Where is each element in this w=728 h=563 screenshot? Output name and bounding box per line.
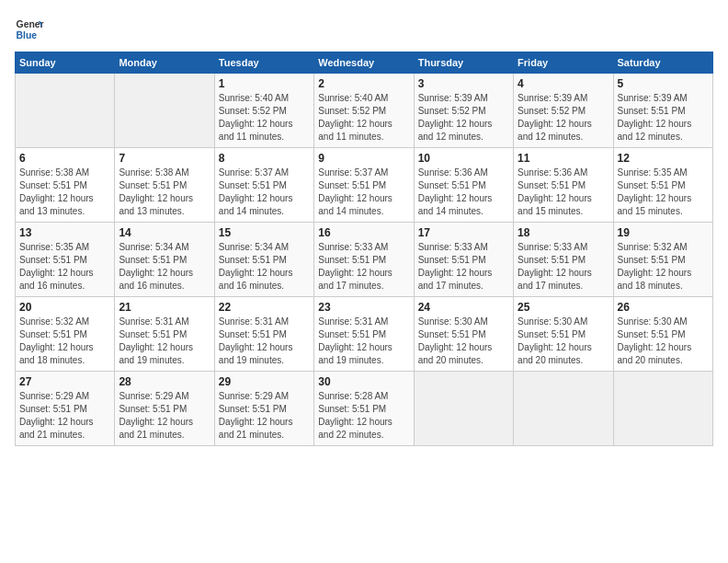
day-number: 2 (318, 77, 409, 90)
day-info: Sunrise: 5:35 AM Sunset: 5:51 PM Dayligh… (618, 167, 709, 218)
calendar-day-cell: 21Sunrise: 5:31 AM Sunset: 5:51 PM Dayli… (115, 297, 214, 372)
day-info: Sunrise: 5:39 AM Sunset: 5:52 PM Dayligh… (518, 92, 609, 144)
day-number: 25 (518, 301, 609, 314)
day-number: 12 (618, 152, 709, 165)
day-info: Sunrise: 5:34 AM Sunset: 5:51 PM Dayligh… (119, 241, 210, 293)
day-number: 18 (518, 226, 609, 239)
day-info: Sunrise: 5:32 AM Sunset: 5:51 PM Dayligh… (618, 241, 709, 293)
calendar-day-cell: 26Sunrise: 5:30 AM Sunset: 5:51 PM Dayli… (613, 297, 712, 372)
day-info: Sunrise: 5:37 AM Sunset: 5:51 PM Dayligh… (318, 167, 409, 218)
day-info: Sunrise: 5:29 AM Sunset: 5:51 PM Dayligh… (119, 390, 210, 442)
day-number: 21 (119, 301, 210, 314)
calendar-day-cell: 2Sunrise: 5:40 AM Sunset: 5:52 PM Daylig… (314, 74, 414, 148)
calendar-day-cell: 14Sunrise: 5:34 AM Sunset: 5:51 PM Dayli… (115, 223, 214, 297)
day-info: Sunrise: 5:31 AM Sunset: 5:51 PM Dayligh… (318, 316, 409, 367)
day-number: 11 (518, 152, 609, 165)
day-info: Sunrise: 5:30 AM Sunset: 5:51 PM Dayligh… (418, 316, 509, 367)
day-info: Sunrise: 5:35 AM Sunset: 5:51 PM Dayligh… (19, 241, 110, 293)
calendar-week-row: 20Sunrise: 5:32 AM Sunset: 5:51 PM Dayli… (16, 297, 713, 372)
day-number: 19 (618, 226, 709, 239)
day-number: 13 (19, 226, 110, 239)
day-of-week-header: Wednesday (314, 52, 414, 74)
day-info: Sunrise: 5:40 AM Sunset: 5:52 PM Dayligh… (219, 92, 310, 144)
day-of-week-header: Tuesday (214, 52, 313, 74)
day-info: Sunrise: 5:34 AM Sunset: 5:51 PM Dayligh… (219, 241, 310, 293)
day-number: 9 (318, 152, 409, 165)
calendar-day-cell: 8Sunrise: 5:37 AM Sunset: 5:51 PM Daylig… (214, 148, 313, 223)
svg-text:Blue: Blue (17, 30, 38, 40)
day-of-week-header: Monday (115, 52, 214, 74)
calendar-day-cell: 3Sunrise: 5:39 AM Sunset: 5:52 PM Daylig… (414, 74, 513, 148)
calendar-week-row: 6Sunrise: 5:38 AM Sunset: 5:51 PM Daylig… (16, 148, 713, 223)
day-number: 28 (119, 375, 210, 388)
calendar-day-cell: 20Sunrise: 5:32 AM Sunset: 5:51 PM Dayli… (16, 297, 115, 372)
calendar-day-cell (613, 372, 712, 446)
day-info: Sunrise: 5:32 AM Sunset: 5:51 PM Dayligh… (19, 316, 110, 367)
day-number: 17 (418, 226, 509, 239)
calendar-day-cell: 28Sunrise: 5:29 AM Sunset: 5:51 PM Dayli… (115, 372, 214, 446)
day-of-week-header: Friday (514, 52, 613, 74)
day-info: Sunrise: 5:36 AM Sunset: 5:51 PM Dayligh… (418, 167, 509, 218)
day-info: Sunrise: 5:33 AM Sunset: 5:51 PM Dayligh… (418, 241, 509, 293)
calendar-day-cell: 27Sunrise: 5:29 AM Sunset: 5:51 PM Dayli… (16, 372, 115, 446)
day-info: Sunrise: 5:33 AM Sunset: 5:51 PM Dayligh… (318, 241, 409, 293)
calendar-day-cell: 13Sunrise: 5:35 AM Sunset: 5:51 PM Dayli… (16, 223, 115, 297)
calendar-day-cell: 16Sunrise: 5:33 AM Sunset: 5:51 PM Dayli… (314, 223, 414, 297)
day-info: Sunrise: 5:37 AM Sunset: 5:51 PM Dayligh… (219, 167, 310, 218)
logo-icon: General Blue (15, 15, 44, 44)
day-number: 22 (219, 301, 310, 314)
calendar-day-cell (115, 74, 214, 148)
calendar-day-cell: 19Sunrise: 5:32 AM Sunset: 5:51 PM Dayli… (613, 223, 712, 297)
calendar-day-cell: 25Sunrise: 5:30 AM Sunset: 5:51 PM Dayli… (514, 297, 613, 372)
calendar-day-cell: 12Sunrise: 5:35 AM Sunset: 5:51 PM Dayli… (613, 148, 712, 223)
logo: General Blue (15, 15, 44, 44)
day-info: Sunrise: 5:38 AM Sunset: 5:51 PM Dayligh… (19, 167, 110, 218)
day-number: 5 (618, 77, 709, 90)
day-info: Sunrise: 5:38 AM Sunset: 5:51 PM Dayligh… (119, 167, 210, 218)
calendar-day-cell: 9Sunrise: 5:37 AM Sunset: 5:51 PM Daylig… (314, 148, 414, 223)
day-info: Sunrise: 5:30 AM Sunset: 5:51 PM Dayligh… (618, 316, 709, 367)
day-number: 27 (19, 375, 110, 388)
day-number: 24 (418, 301, 509, 314)
day-info: Sunrise: 5:29 AM Sunset: 5:51 PM Dayligh… (19, 390, 110, 442)
day-info: Sunrise: 5:30 AM Sunset: 5:51 PM Dayligh… (518, 316, 609, 367)
day-number: 8 (219, 152, 310, 165)
day-number: 26 (618, 301, 709, 314)
day-of-week-header: Thursday (414, 52, 513, 74)
day-number: 4 (518, 77, 609, 90)
header: General Blue (15, 15, 713, 44)
calendar-day-cell (16, 74, 115, 148)
calendar: SundayMondayTuesdayWednesdayThursdayFrid… (15, 52, 713, 446)
calendar-day-cell: 30Sunrise: 5:28 AM Sunset: 5:51 PM Dayli… (314, 372, 414, 446)
calendar-week-row: 13Sunrise: 5:35 AM Sunset: 5:51 PM Dayli… (16, 223, 713, 297)
calendar-day-cell: 15Sunrise: 5:34 AM Sunset: 5:51 PM Dayli… (214, 223, 313, 297)
day-info: Sunrise: 5:29 AM Sunset: 5:51 PM Dayligh… (219, 390, 310, 442)
calendar-day-cell: 11Sunrise: 5:36 AM Sunset: 5:51 PM Dayli… (514, 148, 613, 223)
calendar-day-cell: 23Sunrise: 5:31 AM Sunset: 5:51 PM Dayli… (314, 297, 414, 372)
day-number: 7 (119, 152, 210, 165)
calendar-day-cell: 17Sunrise: 5:33 AM Sunset: 5:51 PM Dayli… (414, 223, 513, 297)
day-info: Sunrise: 5:40 AM Sunset: 5:52 PM Dayligh… (318, 92, 409, 144)
calendar-day-cell: 10Sunrise: 5:36 AM Sunset: 5:51 PM Dayli… (414, 148, 513, 223)
day-number: 23 (318, 301, 409, 314)
day-of-week-header: Saturday (613, 52, 712, 74)
day-number: 15 (219, 226, 310, 239)
day-number: 14 (119, 226, 210, 239)
day-info: Sunrise: 5:33 AM Sunset: 5:51 PM Dayligh… (518, 241, 609, 293)
calendar-day-cell: 7Sunrise: 5:38 AM Sunset: 5:51 PM Daylig… (115, 148, 214, 223)
calendar-header-row: SundayMondayTuesdayWednesdayThursdayFrid… (16, 52, 713, 74)
calendar-day-cell: 1Sunrise: 5:40 AM Sunset: 5:52 PM Daylig… (214, 74, 313, 148)
calendar-day-cell: 6Sunrise: 5:38 AM Sunset: 5:51 PM Daylig… (16, 148, 115, 223)
day-number: 3 (418, 77, 509, 90)
calendar-day-cell: 5Sunrise: 5:39 AM Sunset: 5:51 PM Daylig… (613, 74, 712, 148)
day-number: 1 (219, 77, 310, 90)
calendar-week-row: 27Sunrise: 5:29 AM Sunset: 5:51 PM Dayli… (16, 372, 713, 446)
svg-text:General: General (17, 19, 44, 29)
calendar-day-cell: 22Sunrise: 5:31 AM Sunset: 5:51 PM Dayli… (214, 297, 313, 372)
day-info: Sunrise: 5:28 AM Sunset: 5:51 PM Dayligh… (318, 390, 409, 442)
calendar-day-cell: 24Sunrise: 5:30 AM Sunset: 5:51 PM Dayli… (414, 297, 513, 372)
calendar-day-cell (514, 372, 613, 446)
day-info: Sunrise: 5:39 AM Sunset: 5:52 PM Dayligh… (418, 92, 509, 144)
day-info: Sunrise: 5:36 AM Sunset: 5:51 PM Dayligh… (518, 167, 609, 218)
calendar-day-cell: 4Sunrise: 5:39 AM Sunset: 5:52 PM Daylig… (514, 74, 613, 148)
